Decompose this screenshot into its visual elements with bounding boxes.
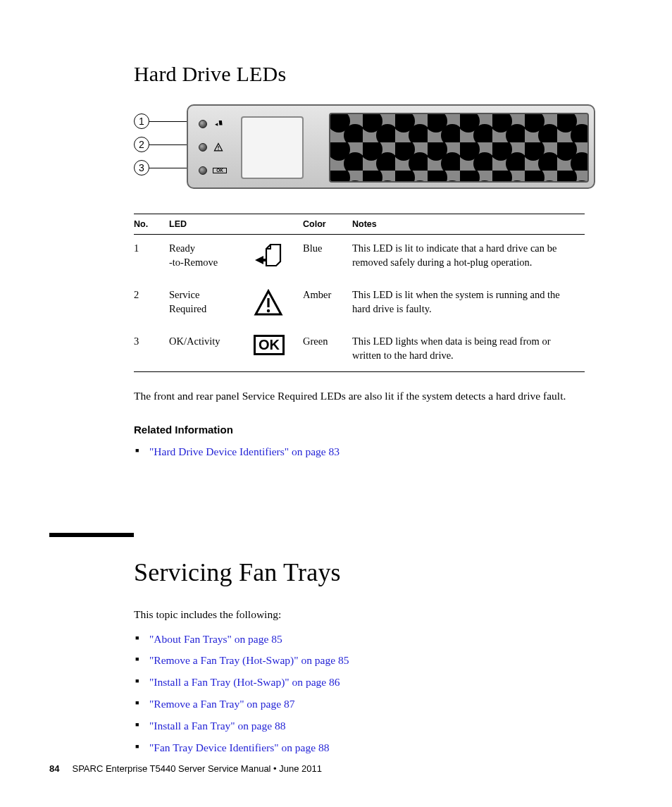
table-row: 2 Service Required Amber This LED i [134, 281, 585, 328]
col-header-color: Color [303, 214, 352, 235]
led-table: No. LED Color Notes 1 Ready -to-Remove [134, 214, 585, 373]
xref-link[interactable]: "Remove a Fan Tray (Hot-Swap)" on page 8… [149, 654, 349, 666]
xref-link[interactable]: "Install a Fan Tray" on page 88 [149, 720, 285, 732]
col-header-notes: Notes [352, 214, 585, 235]
vent-grille [329, 113, 589, 183]
svg-point-7 [267, 309, 270, 312]
cell-no: 2 [134, 281, 169, 328]
section-heading: Hard Drive LEDs [134, 60, 599, 89]
xref-link[interactable]: "Remove a Fan Tray" on page 87 [149, 698, 294, 710]
xref-link[interactable]: "About Fan Trays" on page 85 [149, 633, 282, 645]
col-header-led: LED [169, 214, 303, 235]
ok-icon: OK [254, 335, 285, 355]
drive-panel: OK [187, 104, 595, 189]
callout-bubble: 1 [134, 113, 149, 129]
ready-to-remove-icon [254, 242, 283, 271]
ready-to-remove-icon [213, 119, 224, 129]
svg-rect-5 [330, 114, 587, 181]
cell-no: 3 [134, 328, 169, 372]
cell-led: OK/Activity [169, 328, 254, 372]
xref-link[interactable]: "Hard Drive Device Identifiers" on page … [149, 445, 340, 457]
xref-link[interactable]: "Install a Fan Tray (Hot-Swap)" on page … [149, 676, 340, 688]
cell-led: Ready -to-Remove [169, 235, 254, 282]
related-links-list: "Hard Drive Device Identifiers" on page … [134, 445, 599, 460]
col-header-no: No. [134, 214, 169, 235]
chapter-rule [49, 533, 134, 537]
list-item: "Hard Drive Device Identifiers" on page … [134, 445, 599, 460]
body-text: The front and rear panel Service Require… [134, 389, 599, 404]
service-required-icon [254, 288, 283, 318]
led-dot [199, 166, 207, 175]
list-item: "Fan Tray Device Identifiers" on page 88 [134, 741, 599, 756]
hard-drive-figure: 1 2 3 OK [134, 104, 599, 196]
chapter-links-list: "About Fan Trays" on page 85 "Remove a F… [134, 632, 599, 756]
body-text: This topic includes the following: [134, 608, 599, 622]
page-number: 84 [49, 763, 59, 775]
cell-notes: This LED is lit when the system is runni… [352, 281, 585, 328]
cell-color: Green [303, 328, 352, 372]
callout-bubble: 3 [134, 160, 149, 175]
table-row: 3 OK/Activity OK Green This LED lights w… [134, 328, 585, 372]
page-footer: 84 SPARC Enterprise T5440 Server Service… [49, 763, 322, 775]
list-item: "Install a Fan Tray" on page 88 [134, 719, 599, 734]
list-item: "About Fan Trays" on page 85 [134, 632, 599, 647]
figure-callouts: 1 2 3 [134, 110, 188, 180]
xref-link[interactable]: "Fan Tray Device Identifiers" on page 88 [149, 741, 329, 753]
ok-icon: OK [213, 168, 227, 174]
list-item: "Remove a Fan Tray" on page 87 [134, 697, 599, 712]
callout-bubble: 2 [134, 137, 149, 152]
cell-notes: This LED lights when data is being read … [352, 328, 585, 372]
svg-point-1 [218, 149, 218, 149]
cell-color: Blue [303, 235, 352, 282]
led-dot [199, 120, 207, 128]
list-item: "Install a Fan Tray (Hot-Swap)" on page … [134, 675, 599, 690]
service-required-icon [213, 142, 224, 152]
drive-label-area [241, 116, 304, 179]
table-row: 1 Ready -to-Remove [134, 235, 585, 282]
cell-no: 1 [134, 235, 169, 282]
list-item: "Remove a Fan Tray (Hot-Swap)" on page 8… [134, 653, 599, 668]
cell-notes: This LED is lit to indicate that a hard … [352, 235, 585, 282]
cell-color: Amber [303, 281, 352, 328]
footer-doc-title: SPARC Enterprise T5440 Server Service Ma… [72, 763, 322, 775]
cell-led: Service Required [169, 281, 254, 328]
related-info-heading: Related Information [134, 423, 599, 437]
chapter-heading: Servicing Fan Trays [134, 555, 599, 590]
table-rule [134, 371, 585, 372]
led-dot [199, 143, 207, 152]
